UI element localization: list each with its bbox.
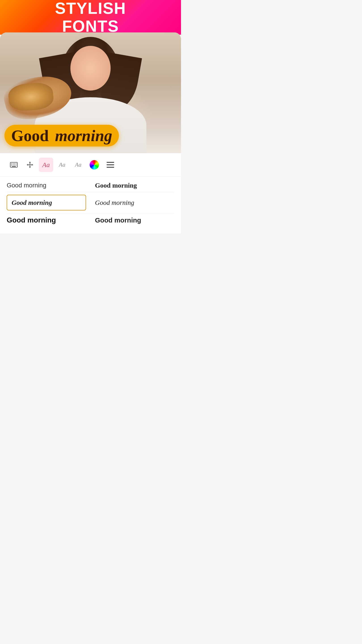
svg-rect-2 [13, 164, 14, 164]
color-picker-button[interactable] [87, 158, 101, 172]
font-sample-bold-plain[interactable]: Good morning [90, 216, 174, 224]
font-sample-bold-serif[interactable]: Good morning [90, 182, 174, 189]
font-samples-panel: Good morning Good morning Good morning G… [0, 177, 181, 234]
svg-rect-5 [11, 165, 12, 166]
menu-line-3 [107, 167, 114, 168]
color-wheel-icon [90, 160, 99, 170]
font-row-2: Good morning Good morning [7, 192, 174, 213]
font-style-1-button[interactable]: Aa [39, 158, 53, 172]
header: STYLISH FONTS [0, 0, 181, 35]
keyboard-icon [10, 161, 18, 169]
toolbar: Aa Aa Aa [0, 153, 181, 177]
sample-bold-plain-text: Good morning [95, 216, 141, 224]
photo-area: Good morning [0, 32, 181, 153]
sample-cursive-text: Good morning [95, 199, 134, 206]
menu-button[interactable] [103, 158, 117, 172]
svg-rect-7 [14, 165, 15, 166]
menu-line-2 [107, 164, 114, 165]
app-title: STYLISH FONTS [55, 0, 126, 35]
menu-icon [107, 162, 114, 168]
font-row-1: Good morning Good morning [7, 179, 174, 192]
font-aa-1-label: Aa [42, 161, 50, 168]
font-aa-3-label: Aa [75, 162, 81, 168]
text-overlay: Good morning [4, 125, 177, 146]
font-sample-selected[interactable]: Good morning [7, 195, 90, 210]
svg-rect-8 [16, 165, 16, 166]
sample-bold-serif-text: Good morning [95, 182, 137, 189]
font-row-3: Good morning Good morning [7, 213, 174, 227]
sample-selected-text: Good morning [7, 195, 86, 210]
svg-rect-3 [14, 164, 15, 164]
svg-rect-1 [11, 164, 12, 164]
overlay-text: Good morning [11, 128, 112, 144]
keyboard-button[interactable] [7, 158, 21, 172]
word-good: Good [11, 127, 49, 145]
svg-rect-9 [12, 166, 16, 167]
font-style-3-button[interactable]: Aa [71, 158, 85, 172]
font-sample-cursive[interactable]: Good morning [90, 199, 174, 206]
title-line1: STYLISH [55, 0, 126, 17]
font-sample-extra-bold[interactable]: Good morning [7, 216, 90, 224]
menu-line-1 [107, 162, 114, 163]
face-element [70, 46, 111, 90]
sample-plain-text: Good morning [7, 182, 46, 189]
move-button[interactable] [23, 158, 37, 172]
move-icon [26, 161, 34, 169]
svg-rect-4 [16, 164, 16, 164]
font-style-2-button[interactable]: Aa [55, 158, 69, 172]
font-sample-plain[interactable]: Good morning [7, 182, 90, 189]
sample-extra-bold-text: Good morning [7, 216, 56, 224]
word-morning: morning [55, 127, 112, 145]
svg-rect-6 [13, 165, 14, 166]
photo-container: Good morning [0, 32, 181, 234]
bubble-text-container: Good morning [4, 125, 119, 146]
font-aa-2-label: Aa [59, 162, 65, 168]
